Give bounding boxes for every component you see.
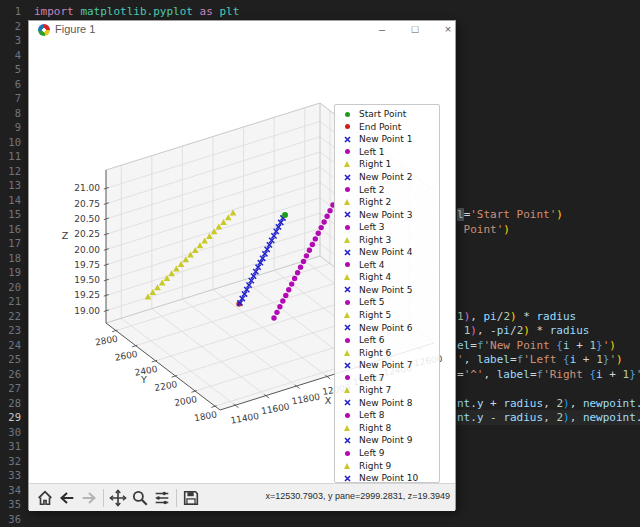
svg-text:Y: Y (140, 374, 147, 385)
code-line: import matplotlib.pyplot as plt (34, 4, 239, 19)
legend-label: Right 7 (359, 385, 391, 395)
line-number: 4 (0, 48, 21, 63)
legend-entry: New Point 2 (335, 171, 439, 184)
dot-marker-icon (335, 451, 359, 456)
x-marker-icon (335, 136, 359, 143)
figure-title: Figure 1 (55, 23, 95, 35)
line-number: 34 (0, 483, 21, 498)
configure-subplots-button[interactable] (151, 487, 173, 509)
legend-label: Left 8 (359, 410, 385, 420)
triangle-marker-icon (335, 463, 359, 469)
line-number: 7 (0, 91, 21, 106)
legend-label: Right 3 (359, 235, 391, 245)
line-number: 27 (0, 381, 21, 396)
home-button[interactable] (34, 487, 56, 509)
line-number: 12 (0, 164, 21, 179)
home-icon (36, 489, 54, 507)
vscode-editor: 1234567891011121314151617181920212223242… (0, 0, 640, 527)
svg-text:20.75: 20.75 (74, 199, 100, 209)
dot-marker-icon (335, 300, 359, 305)
svg-text:Z: Z (62, 230, 69, 241)
legend-label: Right 8 (359, 423, 391, 433)
line-number: 21 (0, 294, 21, 309)
x-marker-icon (335, 286, 359, 293)
legend-entry: Left 1 (335, 146, 439, 159)
x-marker-icon (335, 324, 359, 331)
legend-entry: Right 4 (335, 271, 439, 284)
zoom-button[interactable] (129, 487, 151, 509)
line-number: 1 (0, 4, 21, 19)
minimize-button[interactable]: – (374, 22, 390, 37)
maximize-button[interactable]: □ (407, 22, 423, 37)
code-line: 1), -pi/2) * radius (457, 323, 590, 338)
code-line: Point') (457, 222, 510, 237)
legend-entry: Left 8 (335, 409, 439, 422)
figure-canvas[interactable]: 21.0020.7520.5020.2520.0019.7519.5019.25… (29, 39, 455, 483)
legend-entry: New Point 5 (335, 284, 439, 297)
legend-entry: Left 2 (335, 183, 439, 196)
legend-entry: Left 6 (335, 334, 439, 347)
svg-text:20.00: 20.00 (74, 245, 100, 255)
legend-entry: New Point 8 (335, 397, 439, 410)
legend-label: Left 3 (359, 222, 385, 232)
line-number: 2 (0, 19, 21, 34)
line-number: 20 (0, 280, 21, 295)
line-number: 30 (0, 425, 21, 440)
svg-text:X: X (325, 395, 332, 406)
legend-label: Right 4 (359, 272, 391, 282)
triangle-marker-icon (335, 425, 359, 431)
line-number: 26 (0, 367, 21, 382)
legend-entry: Left 7 (335, 371, 439, 384)
line-number: 29 (0, 410, 21, 425)
legend-entry: Right 9 (335, 459, 439, 472)
forward-button[interactable] (78, 487, 100, 509)
dot-marker-icon (335, 338, 359, 343)
save-button[interactable] (180, 487, 202, 509)
save-floppy-icon (182, 489, 200, 507)
legend-label: Left 9 (359, 448, 385, 458)
code-line: 1), pi/2) * radius (457, 309, 576, 324)
line-number: 10 (0, 135, 21, 150)
dot-marker-icon (335, 124, 359, 129)
x-marker-icon (335, 475, 359, 482)
svg-text:21.00: 21.00 (74, 183, 100, 193)
line-number: 28 (0, 396, 21, 411)
line-number: 19 (0, 265, 21, 280)
legend-entry: Right 8 (335, 422, 439, 435)
legend-label: Right 9 (359, 461, 391, 471)
dot-marker-icon (335, 112, 359, 117)
svg-text:11800: 11800 (291, 392, 321, 407)
svg-text:2200: 2200 (154, 379, 179, 393)
legend-entry: Left 4 (335, 259, 439, 272)
current-line-highlight (456, 410, 640, 425)
svg-text:2800: 2800 (94, 334, 119, 348)
line-number: 22 (0, 309, 21, 324)
legend-entry: Right 5 (335, 309, 439, 322)
x-marker-icon (335, 174, 359, 181)
line-number: 5 (0, 62, 21, 77)
legend-label: Right 1 (359, 159, 391, 169)
legend-label: Start Point (359, 109, 406, 119)
line-number: 9 (0, 120, 21, 135)
svg-text:11600: 11600 (260, 401, 290, 416)
legend-entry: Right 2 (335, 196, 439, 209)
legend-entry: New Point 3 (335, 208, 439, 221)
line-number: 8 (0, 106, 21, 121)
line-number: 35 (0, 497, 21, 512)
svg-text:19.75: 19.75 (74, 260, 100, 270)
code-line: ', label=f'Left {i + 1}') (457, 352, 623, 367)
close-button[interactable]: × (440, 22, 456, 37)
legend-label: New Point 2 (359, 172, 412, 182)
x-marker-icon (335, 249, 359, 256)
legend-label: New Point 5 (359, 285, 412, 295)
matplotlib-toolbar: x=12530.7903, y pane=2999.2831, z=19.394… (29, 483, 455, 511)
back-button[interactable] (56, 487, 78, 509)
toolbar-separator (176, 489, 177, 507)
x-marker-icon (335, 362, 359, 369)
pan-button[interactable] (107, 487, 129, 509)
line-number: 32 (0, 454, 21, 469)
legend-entry: New Point 1 (335, 133, 439, 146)
figure-titlebar[interactable]: Figure 1 – □ × (29, 21, 455, 39)
legend-label: New Point 4 (359, 247, 412, 257)
legend-entry: Right 1 (335, 158, 439, 171)
